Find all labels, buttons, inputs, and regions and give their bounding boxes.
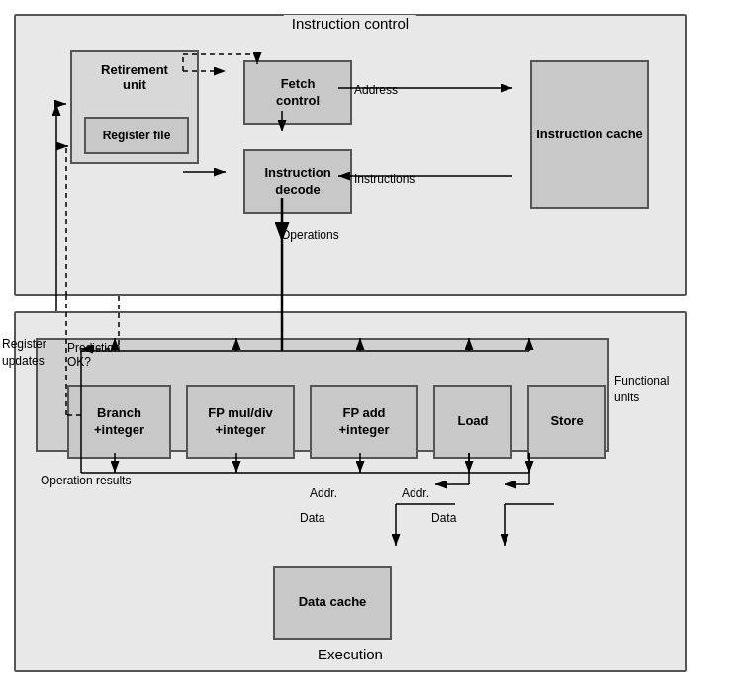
address-label: Address [354,83,398,97]
operation-results-label: Operation results [41,474,131,487]
register-updates-label: Registerupdates [2,336,56,370]
register-file-block: Register file [84,117,189,154]
functional-units-inner-box: Branch+integer FP mul/div+integer FP add… [36,338,609,452]
prediction-ok-label: PredictionOK? [67,341,120,369]
instruction-cache-block: Instruction cache [530,60,649,209]
fu-store-block: Store [527,385,606,459]
fu-load-block: Load [433,385,512,459]
instruction-decode-block: Instructiondecode [243,149,352,214]
diagram-container: Instruction control Retirementunit Regis… [0,0,738,700]
execution-label: Execution [318,646,383,662]
data-right-label: Data [431,511,456,525]
operations-label: Operations [281,228,339,242]
fu-fp-muldiv-block: FP mul/div+integer [186,385,295,459]
data-left-label: Data [300,511,324,525]
fetch-control-block: Fetchcontrol [243,60,352,125]
addr-left-label: Addr. [310,486,337,500]
addr-right-label: Addr. [402,486,429,500]
retirement-unit-label: Retirementunit [72,62,197,92]
fu-fp-add-block: FP add+integer [310,385,418,459]
data-cache-block: Data cache [273,566,392,640]
retirement-unit-box: Retirementunit Register file [70,50,199,164]
instruction-control-label: Instruction control [284,15,416,32]
instructions-label: Instructions [354,172,415,186]
functional-units-label: Functionalunits [614,373,669,406]
fu-branch-block: Branch+integer [67,385,171,459]
instruction-control-box: Instruction control Retirementunit Regis… [14,14,687,296]
